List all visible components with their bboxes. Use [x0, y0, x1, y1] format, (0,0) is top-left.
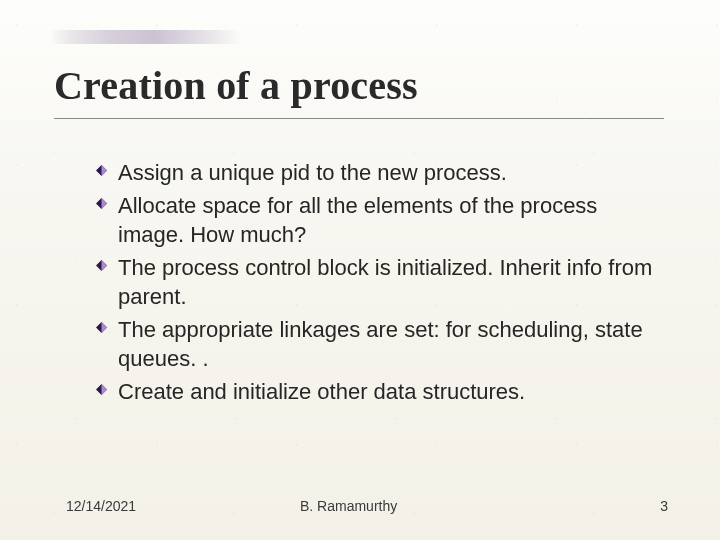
diamond-bullet-icon [96, 322, 107, 333]
list-item-text: The process control block is initialized… [118, 255, 652, 309]
title-underline [54, 118, 664, 119]
list-item-text: Allocate space for all the elements of t… [118, 193, 597, 247]
slide-title: Creation of a process [54, 62, 418, 109]
list-item-text: The appropriate linkages are set: for sc… [118, 317, 643, 371]
list-item: The appropriate linkages are set: for sc… [96, 315, 656, 373]
bullet-list: Assign a unique pid to the new process. … [96, 158, 656, 410]
list-item: The process control block is initialized… [96, 253, 656, 311]
list-item: Allocate space for all the elements of t… [96, 191, 656, 249]
slide-footer: 12/14/2021 B. Ramamurthy 3 [0, 492, 720, 514]
diamond-bullet-icon [96, 198, 107, 209]
footer-author: B. Ramamurthy [300, 498, 397, 514]
footer-date: 12/14/2021 [66, 498, 136, 514]
footer-page-number: 3 [660, 498, 668, 514]
title-accent-bar [50, 30, 240, 44]
list-item-text: Create and initialize other data structu… [118, 379, 525, 404]
list-item: Create and initialize other data structu… [96, 377, 656, 406]
list-item-text: Assign a unique pid to the new process. [118, 160, 507, 185]
diamond-bullet-icon [96, 384, 107, 395]
diamond-bullet-icon [96, 165, 107, 176]
slide: Creation of a process Assign a unique pi… [0, 0, 720, 540]
list-item: Assign a unique pid to the new process. [96, 158, 656, 187]
diamond-bullet-icon [96, 260, 107, 271]
